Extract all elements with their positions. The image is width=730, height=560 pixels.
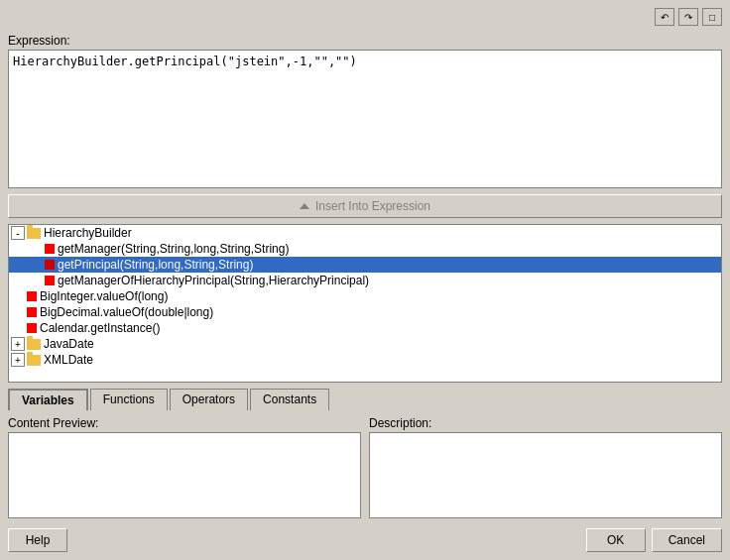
tree-item-label: Calendar.getInstance()	[40, 321, 160, 335]
insert-btn-label: Insert Into Expression	[315, 199, 430, 213]
help-button[interactable]: Help	[8, 528, 67, 552]
method-icon	[27, 291, 37, 301]
method-icon	[45, 244, 55, 254]
tree-row[interactable]: getManagerOfHierarchyPrincipal(String,Hi…	[9, 273, 721, 288]
description-box	[369, 432, 722, 518]
tree-row[interactable]: BigDecimal.valueOf(double|long)	[9, 304, 721, 320]
undo-button[interactable]: ↶	[655, 8, 674, 26]
expand-icon[interactable]: +	[11, 353, 25, 367]
content-preview-label: Content Preview:	[8, 416, 361, 430]
tab-functions[interactable]: Functions	[90, 389, 168, 410]
tree-item-label: XMLDate	[44, 353, 93, 367]
expand-icon[interactable]: +	[11, 337, 25, 351]
tree-section[interactable]: - HierarchyBuilder getManager(String,Str…	[8, 224, 722, 383]
tree-row[interactable]: getManager(String,String,long,String,Str…	[9, 241, 721, 257]
folder-icon	[27, 355, 41, 366]
arrow-up-icon	[300, 203, 309, 209]
tree-row[interactable]: + JavaDate	[9, 336, 721, 352]
method-icon	[27, 323, 37, 333]
right-buttons: OK Cancel	[586, 528, 722, 552]
tree-row[interactable]: getPrincipal(String,long,String,String)	[9, 257, 721, 273]
tab-variables[interactable]: Variables	[8, 389, 88, 410]
method-icon	[45, 276, 55, 285]
tree-item-label: BigInteger.valueOf(long)	[40, 289, 168, 303]
main-container: ↶ ↷ □ Expression: Insert Into Expression…	[0, 0, 730, 560]
redo-button[interactable]: ↷	[678, 8, 698, 26]
folder-icon	[27, 339, 41, 350]
expression-input[interactable]	[8, 50, 722, 188]
tree-row[interactable]: Calendar.getInstance()	[9, 320, 721, 336]
description-label: Description:	[369, 416, 722, 430]
tab-constants[interactable]: Constants	[250, 389, 329, 410]
tree-row[interactable]: + XMLDate	[9, 352, 721, 368]
top-toolbar: ↶ ↷ □	[8, 8, 722, 26]
tree-row[interactable]: - HierarchyBuilder	[9, 225, 721, 241]
copy-button[interactable]: □	[702, 8, 722, 26]
bottom-section: Content Preview: Description:	[8, 416, 722, 518]
expand-icon[interactable]: -	[11, 226, 25, 240]
tree-item-label: getManager(String,String,long,String,Str…	[58, 242, 289, 256]
description-section: Description:	[369, 416, 722, 518]
tree-item-label: HierarchyBuilder	[44, 226, 132, 240]
tab-operators[interactable]: Operators	[170, 389, 248, 410]
tree-item-label: JavaDate	[44, 337, 94, 351]
cancel-button[interactable]: Cancel	[652, 528, 722, 552]
expression-label: Expression:	[8, 34, 722, 48]
folder-icon	[27, 228, 41, 239]
undo-icon: ↶	[661, 12, 669, 23]
redo-icon: ↷	[684, 12, 692, 23]
tree-row[interactable]: BigInteger.valueOf(long)	[9, 288, 721, 304]
content-preview-box	[8, 432, 361, 518]
content-preview-section: Content Preview:	[8, 416, 361, 518]
button-row: Help OK Cancel	[8, 528, 722, 552]
tree-item-label: BigDecimal.valueOf(double|long)	[40, 305, 213, 319]
tree-item-label: getPrincipal(String,long,String,String)	[58, 258, 253, 272]
method-icon	[27, 307, 37, 317]
copy-icon: □	[709, 12, 715, 23]
method-icon	[45, 260, 55, 270]
insert-into-expression-button[interactable]: Insert Into Expression	[8, 194, 722, 218]
tree-item-label: getManagerOfHierarchyPrincipal(String,Hi…	[58, 274, 369, 287]
tab-row: Variables Functions Operators Constants	[8, 389, 722, 410]
ok-button[interactable]: OK	[586, 528, 646, 552]
expression-section: Expression:	[8, 34, 722, 188]
insert-btn-row: Insert Into Expression	[8, 194, 722, 218]
